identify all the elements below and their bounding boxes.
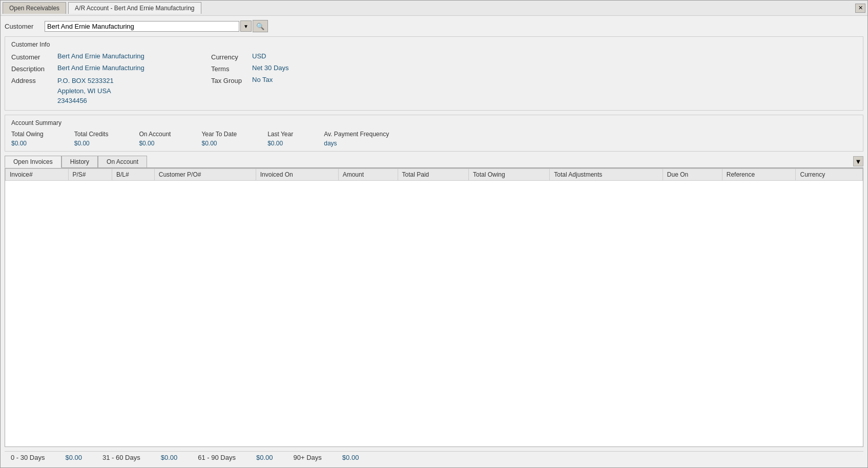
table-column-header: Total Paid — [398, 168, 468, 180]
table-column-header: B/L# — [112, 168, 154, 180]
currency-field-label: Currency — [211, 52, 252, 61]
main-window: Open Receivables A/R Account - Bert And … — [0, 0, 868, 468]
summary-col: Year To Date$0.00 — [201, 131, 237, 147]
summary-column-header: Last Year — [267, 131, 293, 138]
summary-col: On Account$0.00 — [139, 131, 171, 147]
footer-period-value: $0.00 — [256, 454, 273, 461]
footer-period-label: 31 - 60 Days — [102, 454, 140, 461]
summary-col: Last Year$0.00 — [267, 131, 293, 147]
customer-info-grid: Customer Bert And Ernie Manufacturing Cu… — [11, 52, 857, 106]
tab-history[interactable]: History — [61, 156, 98, 167]
footer: 0 - 30 Days$0.0031 - 60 Days$0.0061 - 90… — [5, 451, 863, 463]
table-column-header: Invoiced On — [256, 168, 338, 180]
terms-field-value[interactable]: Net 30 Days — [252, 64, 355, 73]
table-column-header: Total Adjustments — [550, 168, 663, 180]
customer-info-title: Customer Info — [11, 41, 857, 48]
customer-select: Bert And Ernie Manufacturing ▼ 🔍 — [45, 20, 268, 32]
description-field-value[interactable]: Bert And Ernie Manufacturing — [57, 64, 211, 73]
chevron-down-icon: ▼ — [855, 158, 862, 165]
customer-row: Customer Bert And Ernie Manufacturing ▼ … — [5, 20, 863, 32]
summary-column-header: Total Owing — [11, 131, 44, 138]
summary-col: Total Owing$0.00 — [11, 131, 44, 147]
table-column-header: P/S# — [68, 168, 112, 180]
tabs-section: Open InvoicesHistoryOn Account ▼ Invoice… — [5, 156, 863, 448]
footer-period-label: 61 - 90 Days — [198, 454, 236, 461]
table-column-header: Reference — [722, 168, 796, 180]
customer-info-panel: Customer Info Customer Bert And Ernie Ma… — [5, 36, 863, 111]
summary-column-value: $0.00 — [201, 140, 237, 147]
address-field-value[interactable]: P.O. BOX 5233321 Appleton, WI USA 234344… — [57, 76, 211, 106]
customer-select-box[interactable]: Bert And Ernie Manufacturing — [45, 21, 239, 32]
table-column-header: Total Owing — [469, 168, 550, 180]
account-summary-panel: Account Summary Total Owing$0.00Total Cr… — [5, 115, 863, 152]
summary-column-header: Year To Date — [201, 131, 237, 138]
tab-dropdown-button[interactable]: ▼ — [853, 156, 863, 166]
summary-column-value: days — [324, 140, 389, 147]
tab-open-invoices[interactable]: Open Invoices — [5, 156, 61, 168]
summary-column-header: Av. Payment Frequency — [324, 131, 389, 138]
summary-col: Total Credits$0.00 — [74, 131, 109, 147]
summary-column-value: $0.00 — [139, 140, 171, 147]
tab-bar: Open InvoicesHistoryOn Account ▼ — [5, 156, 863, 168]
summary-column-value: $0.00 — [267, 140, 293, 147]
customer-label: Customer — [5, 23, 40, 30]
customer-field-label: Customer — [11, 52, 57, 61]
table-column-header: Currency — [796, 168, 863, 180]
customer-field-value[interactable]: Bert And Ernie Manufacturing — [57, 52, 211, 61]
table-column-header: Amount — [338, 168, 398, 180]
summary-col: Av. Payment Frequencydays — [324, 131, 389, 147]
summary-column-header: On Account — [139, 131, 171, 138]
close-button[interactable]: ✕ — [855, 4, 865, 13]
table-column-header: Invoice# — [6, 168, 69, 180]
summary-column-value: $0.00 — [11, 140, 44, 147]
currency-field-value[interactable]: USD — [252, 52, 355, 61]
account-summary-grid: Total Owing$0.00Total Credits$0.00On Acc… — [11, 131, 857, 147]
customer-dropdown-arrow[interactable]: ▼ — [240, 20, 252, 32]
table-column-header: Due On — [663, 168, 722, 180]
titlebar: Open Receivables A/R Account - Bert And … — [1, 1, 867, 16]
terms-field-label: Terms — [211, 64, 252, 73]
tab-on-account[interactable]: On Account — [98, 156, 147, 167]
footer-period-value: $0.00 — [342, 454, 359, 461]
account-summary-title: Account Summary — [11, 119, 857, 126]
binoculars-icon: 🔍 — [256, 23, 264, 30]
invoice-table: Invoice#P/S#B/L#Customer P/O#Invoiced On… — [5, 168, 863, 181]
tab-ar-account[interactable]: A/R Account - Bert And Ernie Manufacturi… — [68, 2, 201, 14]
summary-column-header: Total Credits — [74, 131, 109, 138]
customer-search-button[interactable]: 🔍 — [253, 20, 268, 32]
footer-period-label: 90+ Days — [294, 454, 322, 461]
address-field-label: Address — [11, 76, 57, 106]
footer-period-value: $0.00 — [65, 454, 82, 461]
taxgroup-field-value[interactable]: No Tax — [252, 76, 355, 106]
footer-period-value: $0.00 — [161, 454, 178, 461]
table-column-header: Customer P/O# — [154, 168, 256, 180]
taxgroup-field-label: Tax Group — [211, 76, 252, 106]
footer-period-label: 0 - 30 Days — [11, 454, 45, 461]
description-field-label: Description — [11, 64, 57, 73]
tab-open-receivables[interactable]: Open Receivables — [3, 2, 66, 14]
summary-column-value: $0.00 — [74, 140, 109, 147]
content-area: Customer Bert And Ernie Manufacturing ▼ … — [1, 16, 867, 467]
invoice-table-container: Invoice#P/S#B/L#Customer P/O#Invoiced On… — [5, 168, 863, 448]
